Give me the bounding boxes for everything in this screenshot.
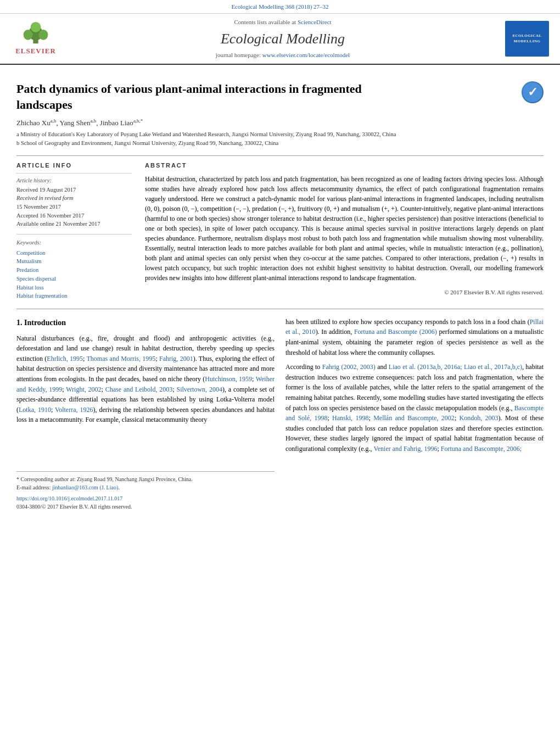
svg-point-2 [24, 30, 33, 40]
page: Ecological Modelling 368 (2018) 27–32 EL… [0, 0, 560, 742]
svg-text:✓: ✓ [528, 85, 537, 99]
keyword-competition: Competition [16, 249, 132, 258]
article-info-panel: ARTICLE INFO Article history: Received 1… [16, 161, 132, 301]
fortuna2006b-link[interactable]: Fortuna and Bascompte, 2006; [441, 445, 522, 453]
svg-point-3 [39, 30, 48, 40]
accepted-date: Accepted 16 November 2017 [16, 212, 132, 220]
journal-homepage: journal homepage: www.elsevier.com/locat… [66, 51, 500, 59]
elsevier-tree-icon [16, 22, 55, 45]
affiliations: a Ministry of Education's Key Laboratory… [16, 130, 544, 148]
received-revised-date: 15 November 2017 [16, 203, 132, 211]
doi-section: https://doi.org/10.1016/j.ecolmodel.2017… [16, 494, 275, 503]
elsevier-logo: ELSEVIER [11, 21, 60, 57]
volterra-link[interactable]: Volterra, 1926 [55, 406, 93, 414]
footnote-section: * Corresponding author at: Ziyang Road 9… [16, 471, 275, 492]
affiliation-b: b School of Geography and Environment, J… [16, 139, 544, 148]
keyword-predation: Predation [16, 266, 132, 275]
keywords-title: Keywords: [16, 239, 132, 247]
article-dates: Article history: Received 19 August 2017… [16, 173, 132, 228]
introduction-col-right: has been utilized to explore how species… [285, 317, 544, 511]
ehrlich-link[interactable]: Ehrlich, 1995 [47, 355, 83, 362]
lotka-link[interactable]: Lotka, 1910 [19, 406, 51, 414]
svg-point-4 [31, 22, 41, 32]
keyword-mutualism: Mutualism [16, 258, 132, 266]
article-title: Patch dynamics of various plant-animal i… [16, 81, 390, 113]
keyword-habitat-loss: Habitat loss [16, 284, 132, 292]
doi-link[interactable]: https://doi.org/10.1016/j.ecolmodel.2017… [16, 495, 122, 501]
introduction-col-left: 1. Introduction Natural disturbances (e.… [16, 317, 275, 511]
fortuna2006-link[interactable]: Fortuna and Bascompte (2006) [354, 328, 437, 336]
section-divider [16, 309, 544, 309]
intro-text-col1: Natural disturbances (e.g., fire, drough… [16, 333, 275, 425]
millan2002-link[interactable]: Mellán and Bascompte, 2002 [373, 414, 455, 422]
copyright: © 2017 Elsevier B.V. All rights reserved… [145, 288, 544, 297]
journal-ref-bar: Ecological Modelling 368 (2018) 27–32 [0, 0, 560, 14]
silvertown-link[interactable]: Silvertown, 2004 [176, 386, 222, 393]
wright-link[interactable]: Wright, 2002 [66, 386, 101, 393]
homepage-link[interactable]: www.elsevier.com/locate/ecolmodel [262, 52, 350, 58]
compared-text: Compared [386, 254, 413, 262]
hanski1998-link[interactable]: Hanski, 1998 [332, 414, 368, 422]
fahrig2002-link[interactable]: Fahrig (2002, 2003) [322, 363, 376, 371]
article-info-header: ARTICLE INFO [16, 161, 132, 170]
authors: Zhichao Xua,b, Yang Shena,b, Jinbao Liao… [16, 118, 544, 129]
email-link[interactable]: jinbanliao@163.com (J. Liao). [52, 484, 120, 490]
email-line: E-mail address: jinbanliao@163.com (J. L… [16, 483, 275, 492]
fahrig2001-link[interactable]: Fahrig, 2001 [159, 355, 193, 362]
crossmark-badge[interactable]: ✓ [522, 81, 544, 103]
journal-name: Ecological Modelling [66, 29, 500, 49]
received-date: Received 19 August 2017 [16, 186, 132, 194]
journal-center: Contents lists available at ScienceDirec… [66, 18, 500, 59]
hutchinson-link[interactable]: Hutchinson, 1959 [205, 375, 252, 383]
received-revised-label: Received in revised form [16, 194, 132, 203]
title-row: Patch dynamics of various plant-animal i… [16, 81, 544, 113]
article-content: Patch dynamics of various plant-animal i… [0, 65, 560, 520]
journal-header: ELSEVIER Contents lists available at Sci… [0, 14, 560, 65]
keywords-section: Keywords: Competition Mutualism Predatio… [16, 234, 132, 300]
corresponding-note: * Corresponding author at: Ziyang Road 9… [16, 475, 275, 484]
journal-ref-text: Ecological Modelling 368 (2018) 27–32 [231, 3, 328, 10]
introduction-section: 1. Introduction Natural disturbances (e.… [16, 317, 544, 511]
issn-section: 0304-3800/© 2017 Elsevier B.V. All right… [16, 503, 275, 511]
available-date: Available online 21 November 2017 [16, 220, 132, 228]
intro-heading: 1. Introduction [16, 317, 275, 329]
liao2013-link[interactable]: Liao et al. (2013a,b, 2016a; Liao et al.… [389, 363, 522, 371]
article-info-abstract-row: ARTICLE INFO Article history: Received 1… [16, 155, 544, 301]
abstract-text: Habitat destruction, characterized by pa… [145, 174, 544, 283]
elsevier-label: ELSEVIER [15, 46, 56, 56]
contents-label: Contents lists available at ScienceDirec… [66, 18, 500, 26]
venier1996-link[interactable]: Venier and Fahrig, 1996 [373, 445, 437, 453]
article-history-label: Article history: [16, 177, 132, 185]
thomas-link[interactable]: Thomas and Morris, 1995 [87, 355, 156, 362]
abstract-header: ABSTRACT [145, 161, 544, 170]
affiliation-a: a Ministry of Education's Key Laboratory… [16, 130, 544, 139]
abstract-section: ABSTRACT Habitat destruction, characteri… [145, 161, 544, 301]
keyword-fragmentation: Habitat fragmentation [16, 292, 132, 300]
kondoh2003-link[interactable]: Kondoh, 2003 [460, 414, 499, 422]
crossmark-icon: ✓ [522, 82, 543, 103]
sciencedirect-link[interactable]: ScienceDirect [298, 19, 332, 25]
logo-right-label: ECOLOGICAL MODELLING [505, 34, 549, 44]
chase-link[interactable]: Chase and Leibold, 2003 [105, 386, 173, 393]
journal-logo-right: ECOLOGICAL MODELLING [505, 21, 549, 57]
intro-text-col2-p1: has been utilized to explore how species… [285, 317, 544, 358]
keyword-dispersal: Species dispersal [16, 275, 132, 283]
intro-text-col2-p2: According to Fahrig (2002, 2003) and Lia… [285, 362, 544, 454]
